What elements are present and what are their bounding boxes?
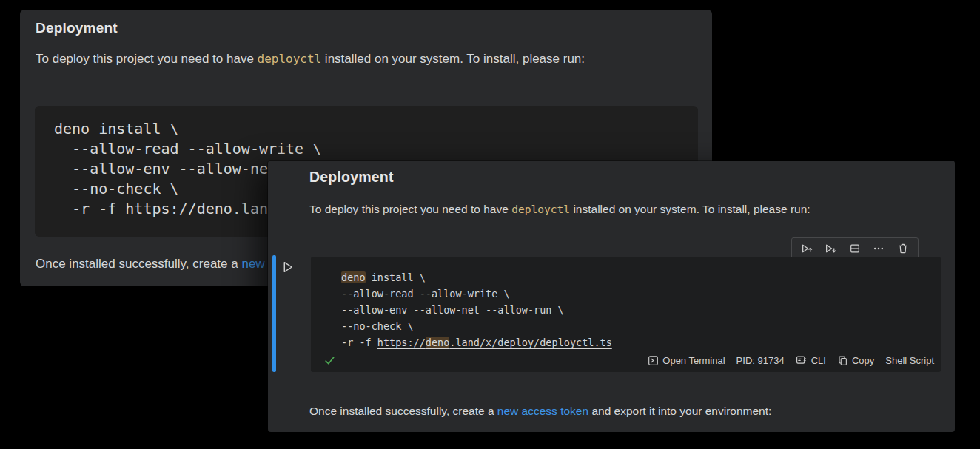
code-url-link[interactable]: https://deno.land/x/deploy/deployctl.ts bbox=[377, 337, 612, 348]
run-cell-icon bbox=[281, 260, 295, 274]
run-cell-and-above-icon bbox=[801, 243, 813, 255]
trash-icon bbox=[897, 243, 909, 254]
cell-focus-bar bbox=[272, 255, 276, 372]
front-intro-text-after: installed on your system. To install, pl… bbox=[570, 203, 810, 215]
back-intro-text-before: To deploy this project you need to have bbox=[36, 52, 258, 66]
front-page-title: Deployment bbox=[309, 169, 394, 186]
cell-language-selector[interactable]: Shell Script bbox=[885, 355, 934, 366]
split-cell-icon bbox=[849, 243, 861, 254]
cli-icon bbox=[796, 354, 808, 366]
highlighted-word: deno bbox=[341, 271, 366, 283]
run-cell-and-below-icon bbox=[825, 243, 837, 255]
copy-icon bbox=[837, 355, 848, 366]
front-footer-paragraph: Once installed successfully, create a ne… bbox=[309, 405, 771, 418]
split-cell-button[interactable] bbox=[845, 240, 865, 257]
cell-status-actions: Open Terminal PID: 91734 CLI bbox=[648, 354, 934, 366]
back-page-title: Deployment bbox=[36, 20, 118, 36]
run-cell-and-below-button[interactable] bbox=[822, 240, 841, 257]
check-icon bbox=[324, 355, 335, 366]
code-line: --no-check \ bbox=[341, 318, 941, 334]
cli-button[interactable]: CLI bbox=[796, 354, 826, 366]
inline-code-deployctl: deployctl bbox=[511, 203, 570, 215]
open-terminal-button[interactable]: Open Terminal bbox=[648, 355, 725, 366]
more-actions-button[interactable] bbox=[869, 240, 888, 257]
access-token-link[interactable]: new access token bbox=[497, 405, 588, 417]
delete-cell-button[interactable] bbox=[893, 240, 913, 257]
notebook-front-window: Deployment To deploy this project you ne… bbox=[268, 161, 955, 432]
code-line: -r -f https://deno.land/x/deploy/deployc… bbox=[341, 334, 941, 351]
front-intro-paragraph: To deploy this project you need to have … bbox=[309, 203, 810, 216]
inline-code-deployctl: deployctl bbox=[258, 52, 322, 66]
code-line: --allow-env --allow-net --allow-run \ bbox=[341, 302, 941, 318]
back-intro-paragraph: To deploy this project you need to have … bbox=[36, 47, 681, 71]
ellipsis-icon bbox=[873, 243, 885, 254]
back-intro-text-after: installed on your system. To install, pl… bbox=[321, 52, 585, 66]
code-line: deno install \ bbox=[341, 269, 941, 286]
code-line: --allow-read --allow-write \ bbox=[54, 139, 698, 159]
terminal-icon bbox=[648, 355, 659, 366]
highlighted-word: deno bbox=[426, 337, 450, 348]
cell-status-bar: Open Terminal PID: 91734 CLI bbox=[324, 351, 934, 369]
cell-code-editor[interactable]: deno install \ --allow-read --allow-writ… bbox=[311, 257, 941, 351]
pid-label: PID: 91734 bbox=[736, 355, 785, 366]
code-line: deno install \ bbox=[54, 119, 698, 139]
front-footer-text-before: Once installed successfully, create a bbox=[309, 405, 497, 417]
run-cell-and-above-button[interactable] bbox=[797, 240, 816, 257]
code-cell: deno install \ --allow-read --allow-writ… bbox=[311, 257, 941, 372]
front-intro-text-before: To deploy this project you need to have bbox=[309, 203, 511, 215]
code-line: --allow-read --allow-write \ bbox=[341, 286, 941, 302]
front-footer-text-after: and export it into your environment: bbox=[588, 405, 771, 417]
copy-button[interactable]: Copy bbox=[837, 355, 874, 366]
back-footer-text-before: Once installed successfully, create a bbox=[36, 257, 241, 271]
run-cell-button[interactable] bbox=[279, 258, 297, 276]
success-check bbox=[324, 355, 335, 366]
